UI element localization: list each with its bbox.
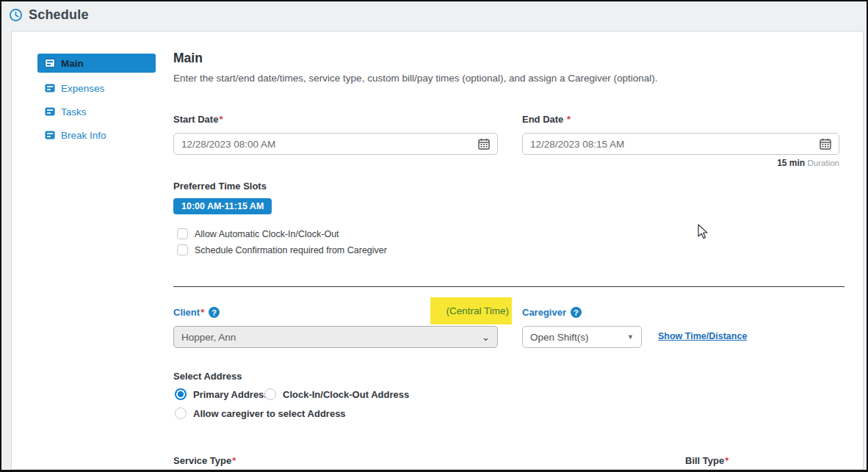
clock-icon: [9, 8, 23, 22]
show-time-distance-link[interactable]: Show Time/Distance: [658, 331, 747, 341]
checkbox-row-auto-clock[interactable]: Allow Automatic Clock-In/Clock-Out: [177, 228, 339, 239]
sidebar-item-label: Break Info: [61, 130, 106, 141]
radio-label: Clock-In/Clock-Out Address: [283, 389, 409, 400]
sidebar-item-break-info[interactable]: Break Info: [37, 126, 156, 145]
sidebar-item-main[interactable]: Main: [37, 54, 156, 73]
schedule-panel: Main Expenses Tasks Break Info Main Ente…: [11, 31, 864, 470]
duration: 15 min Duration: [522, 158, 839, 168]
required-asterisk: *: [232, 455, 236, 466]
checkbox-label: Allow Automatic Clock-In/Clock-Out: [195, 229, 339, 239]
client-select[interactable]: Hopper, Ann ⌄: [173, 326, 498, 348]
checkbox-row-schedule-confirmation[interactable]: Schedule Confirmation required from Care…: [177, 244, 387, 255]
app-header: Schedule: [1, 1, 867, 28]
client-select-value: Hopper, Ann: [181, 332, 236, 343]
form-card-icon: [45, 107, 55, 116]
start-date-value: 12/28/2023 08:00 AM: [181, 139, 478, 150]
radio-button[interactable]: [264, 388, 276, 400]
calendar-icon[interactable]: [820, 138, 831, 150]
caregiver-select[interactable]: Open Shift(s) ▼: [522, 326, 642, 348]
section-divider: [173, 286, 845, 287]
question-mark-icon[interactable]: ?: [571, 307, 582, 318]
client-label: Client* ?: [173, 307, 220, 318]
end-date-input[interactable]: 12/28/2023 08:15 AM: [522, 133, 839, 155]
calendar-icon[interactable]: [478, 138, 490, 150]
form-card-icon: [45, 59, 55, 68]
section-description: Enter the start/end date/times, service …: [173, 73, 658, 84]
checkbox[interactable]: [177, 228, 188, 239]
timezone-note: (Central Time): [430, 297, 512, 324]
sidebar-item-expenses[interactable]: Expenses: [37, 79, 156, 98]
caregiver-label: Caregiver ?: [522, 307, 582, 318]
checkbox-label: Schedule Confirmation required from Care…: [195, 245, 387, 255]
end-date-value: 12/28/2023 08:15 AM: [530, 139, 820, 150]
form-card-icon: [45, 84, 55, 92]
required-asterisk: *: [200, 307, 204, 318]
radio-allow-caregiver-address[interactable]: Allow caregiver to select Address: [175, 407, 346, 419]
required-asterisk: *: [567, 114, 571, 125]
section-title: Main: [173, 51, 203, 66]
preferred-time-slots-label: Preferred Time Slots: [173, 181, 267, 192]
start-date-input[interactable]: 12/28/2023 08:00 AM: [173, 133, 498, 155]
form-card-icon: [45, 131, 55, 139]
radio-primary-address[interactable]: Primary Address: [175, 388, 270, 400]
caregiver-select-value: Open Shift(s): [530, 332, 589, 343]
sidebar-item-tasks[interactable]: Tasks: [37, 102, 156, 121]
duration-value: 15 min: [777, 158, 805, 168]
service-type-label: Service Type*: [173, 455, 236, 466]
radio-label: Allow caregiver to select Address: [193, 408, 346, 419]
time-slot-badge[interactable]: 10:00 AM-11:15 AM: [173, 198, 272, 214]
start-date-label: Start Date*: [173, 114, 223, 125]
select-address-label: Select Address: [173, 371, 242, 382]
radio-label: Primary Address: [193, 389, 270, 400]
schedule-window: { "header": { "title": "Schedule" }, "si…: [0, 0, 868, 472]
required-asterisk: *: [725, 455, 728, 466]
checkbox[interactable]: [177, 244, 188, 255]
bill-type-label: Bill Type*: [685, 455, 728, 466]
radio-clock-in-out-address[interactable]: Clock-In/Clock-Out Address: [264, 388, 409, 400]
sidebar-item-label: Main: [61, 58, 84, 69]
chevron-down-icon: ⌄: [482, 332, 490, 343]
dropdown-arrow-icon: ▼: [627, 333, 634, 341]
question-mark-icon[interactable]: ?: [209, 307, 220, 318]
radio-button[interactable]: [175, 407, 187, 419]
radio-button-selected[interactable]: [175, 388, 187, 400]
page-title: Schedule: [29, 7, 89, 23]
end-date-label: End Date *: [522, 114, 571, 125]
required-asterisk: *: [219, 114, 223, 125]
sidebar-item-label: Tasks: [61, 106, 87, 117]
sidebar-item-label: Expenses: [61, 83, 104, 94]
duration-label: Duration: [808, 159, 839, 167]
